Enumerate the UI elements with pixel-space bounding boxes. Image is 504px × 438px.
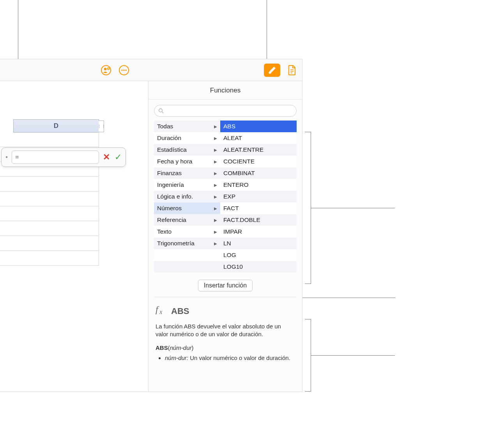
function-label: LOG10 bbox=[223, 263, 243, 270]
column-label: D bbox=[54, 122, 58, 130]
toolbar-left bbox=[100, 64, 130, 76]
chevron-right-icon: ▶ bbox=[214, 124, 217, 129]
callout-bracket bbox=[305, 319, 311, 392]
category-item[interactable] bbox=[154, 249, 220, 261]
cell[interactable] bbox=[0, 192, 99, 206]
formula-grip-icon[interactable]: • bbox=[5, 154, 9, 161]
arg-text: Un valor numérico o valor de duración. bbox=[188, 355, 290, 361]
category-item[interactable]: Texto▶ bbox=[154, 226, 220, 238]
function-item[interactable]: EXP bbox=[220, 191, 297, 202]
chevron-right-icon: ▶ bbox=[214, 195, 217, 199]
chevron-right-icon: ▶ bbox=[214, 183, 217, 187]
column-header[interactable]: D ⋮⋮ bbox=[13, 119, 99, 133]
paintbrush-icon bbox=[267, 65, 277, 75]
category-label: Duración bbox=[157, 135, 181, 142]
category-label: Texto bbox=[157, 228, 172, 235]
category-item[interactable] bbox=[154, 261, 220, 273]
category-label: Referencia bbox=[157, 216, 186, 223]
document-button[interactable] bbox=[286, 64, 298, 76]
category-item[interactable]: Trigonometría▶ bbox=[154, 238, 220, 249]
function-label: COCIENTE bbox=[223, 158, 255, 165]
svg-point-8 bbox=[125, 69, 127, 71]
category-label: Lógica e info. bbox=[157, 193, 193, 200]
function-label: ALEAT bbox=[223, 135, 242, 142]
function-label: LN bbox=[223, 240, 231, 247]
function-item[interactable]: FACT.DOBLE bbox=[220, 214, 297, 226]
formula-input[interactable]: = bbox=[12, 151, 99, 164]
callout-line bbox=[311, 208, 395, 208]
function-item[interactable]: COCIENTE bbox=[220, 156, 297, 167]
person-plus-icon bbox=[101, 65, 111, 76]
share-button[interactable] bbox=[100, 64, 112, 76]
chevron-right-icon: ▶ bbox=[214, 218, 217, 222]
callout-line bbox=[267, 0, 267, 62]
more-icon bbox=[118, 65, 129, 76]
svg-text:f: f bbox=[156, 304, 159, 314]
category-item[interactable]: Referencia▶ bbox=[154, 214, 220, 226]
function-item[interactable]: ABS bbox=[220, 121, 297, 132]
toolbar bbox=[0, 59, 302, 81]
content-area: D ⋮⋮ • = ✕ ✓ bbox=[0, 81, 302, 392]
category-item[interactable]: Estadística▶ bbox=[154, 144, 220, 156]
arg-item: núm-dur: Un valor numérico o valor de du… bbox=[165, 354, 295, 362]
svg-point-1 bbox=[104, 67, 106, 70]
category-item[interactable]: Finanzas▶ bbox=[154, 167, 220, 179]
svg-point-0 bbox=[101, 66, 111, 75]
function-syntax: ABS(núm-dur) bbox=[156, 344, 295, 352]
category-label: Todas bbox=[157, 123, 173, 130]
column-drag-handle[interactable]: ⋮⋮ bbox=[99, 121, 104, 132]
function-item[interactable]: FACT bbox=[220, 202, 297, 214]
function-label: COMBINAT bbox=[223, 170, 255, 177]
function-label: ALEAT.ENTRE bbox=[223, 146, 263, 153]
function-name: ABS bbox=[171, 305, 189, 317]
search-wrap bbox=[149, 99, 302, 121]
cell[interactable] bbox=[0, 236, 99, 251]
search-input[interactable] bbox=[154, 105, 297, 117]
function-label: FACT bbox=[223, 205, 239, 212]
category-item[interactable]: Lógica e info.▶ bbox=[154, 191, 220, 202]
insert-button-wrap: Insertar función bbox=[149, 273, 302, 297]
function-item[interactable]: LOG10 bbox=[220, 261, 297, 273]
function-item[interactable]: ALEAT.ENTRE bbox=[220, 144, 297, 156]
formula-editor: • = ✕ ✓ bbox=[1, 147, 126, 167]
cell[interactable] bbox=[0, 177, 99, 192]
svg-point-12 bbox=[159, 108, 163, 112]
function-item[interactable]: COMBINAT bbox=[220, 167, 297, 179]
category-list: Todas▶Duración▶Estadística▶Fecha y hora▶… bbox=[154, 121, 220, 273]
formula-text: = bbox=[15, 154, 19, 161]
cell[interactable] bbox=[0, 132, 99, 147]
chevron-right-icon: ▶ bbox=[214, 241, 217, 246]
function-item[interactable]: LN bbox=[220, 238, 297, 249]
sidebar-title: Funciones bbox=[149, 81, 302, 99]
cell[interactable] bbox=[0, 221, 99, 236]
category-item[interactable]: Fecha y hora▶ bbox=[154, 156, 220, 167]
function-item[interactable]: IMPAR bbox=[220, 226, 297, 238]
svg-point-7 bbox=[123, 69, 125, 71]
cell[interactable] bbox=[0, 251, 99, 266]
category-label: Fecha y hora bbox=[157, 158, 192, 165]
chevron-right-icon: ▶ bbox=[214, 148, 217, 152]
document-icon bbox=[287, 64, 297, 76]
cell[interactable] bbox=[0, 206, 99, 221]
arg-list: núm-dur: Un valor numérico o valor de du… bbox=[156, 354, 295, 362]
chevron-right-icon: ▶ bbox=[214, 136, 217, 140]
category-item[interactable]: Números▶ bbox=[154, 202, 220, 214]
category-item[interactable]: Ingeniería▶ bbox=[154, 179, 220, 191]
category-item[interactable]: Duración▶ bbox=[154, 132, 220, 144]
fx-icon: fx bbox=[156, 303, 167, 319]
callout-bracket bbox=[305, 132, 311, 284]
insert-function-button[interactable]: Insertar función bbox=[198, 280, 253, 291]
format-button[interactable] bbox=[264, 64, 280, 77]
function-item[interactable]: LOG bbox=[220, 249, 297, 261]
cancel-formula-button[interactable]: ✕ bbox=[102, 152, 111, 162]
syntax-arg: núm-dur bbox=[170, 344, 192, 351]
callout-line bbox=[311, 355, 395, 356]
desc-header: fx ABS bbox=[156, 303, 295, 319]
function-item[interactable]: ALEAT bbox=[220, 132, 297, 144]
search-icon bbox=[158, 108, 164, 114]
accept-formula-button[interactable]: ✓ bbox=[114, 152, 122, 162]
category-label: Trigonometría bbox=[157, 240, 195, 247]
function-item[interactable]: ENTERO bbox=[220, 179, 297, 191]
more-button[interactable] bbox=[118, 64, 130, 76]
category-item[interactable]: Todas▶ bbox=[154, 121, 220, 132]
